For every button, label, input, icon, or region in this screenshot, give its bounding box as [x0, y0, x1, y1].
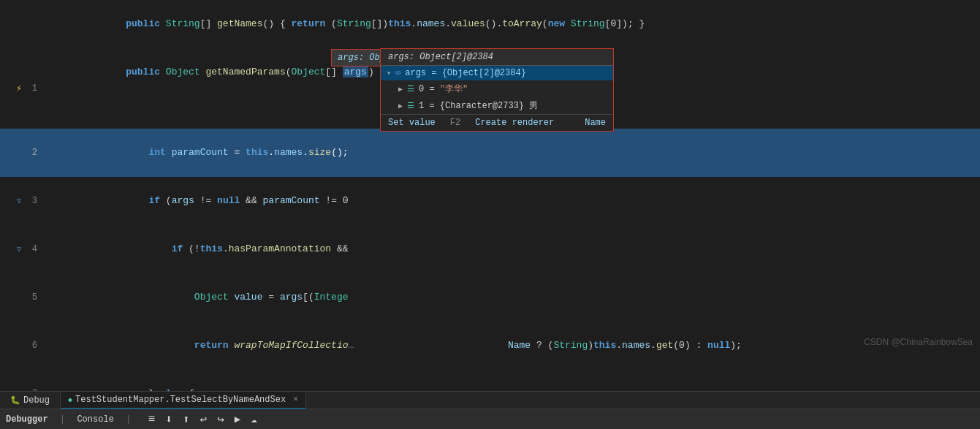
line-content: public String[] getNames() { return (Str…	[40, 0, 980, 48]
step-down-icon[interactable]: ⬇	[163, 412, 175, 427]
close-file-button[interactable]: ×	[293, 395, 298, 405]
line-gutter: ⚡ 1	[0, 48, 40, 129]
tooltip-label-root: args = {Object[2]@2384}	[405, 68, 526, 78]
line-number: 5	[27, 292, 37, 303]
step-over-icon[interactable]: ≡	[146, 413, 158, 426]
list-icon-1: ☰	[407, 101, 414, 110]
code-area: public String[] getNames() { return (Str…	[0, 0, 980, 391]
tooltip-label-1: 1 = {Character@2733} 男	[419, 99, 538, 112]
step-return-icon[interactable]: ↩	[198, 412, 210, 427]
tooltip-label-0: 0 = "李华"	[419, 83, 468, 95]
watermark: CSDN @ChinaRainbowSea	[864, 337, 973, 347]
line-content: if (args != null && paramCount != 0	[40, 177, 980, 225]
breakpoint-area: ▽	[13, 245, 25, 254]
set-value-button[interactable]: Set value	[388, 118, 436, 128]
debug-toolbar: Debugger | Console | ≡ ⬇ ⬆ ↩ ↪ ▶ ☁	[0, 409, 980, 429]
editor-container: public String[] getNames() { return (Str…	[0, 0, 980, 429]
line-content: int paramCount = this.names.size();	[40, 129, 980, 177]
line-number: 7	[27, 389, 37, 391]
tooltip-item-0[interactable]: ▶ ☰ 0 = "李华"	[381, 80, 613, 97]
line-gutter: 6	[0, 322, 40, 370]
debug-label: Debugger	[6, 414, 48, 425]
tooltip-footer: Set value F2 Create renderer Name	[381, 114, 613, 131]
line-number: 3	[27, 196, 37, 206]
breakpoint-area: ▽	[13, 197, 25, 205]
tooltip-item-1[interactable]: ▶ ☰ 1 = {Character@2733} 男	[381, 97, 613, 114]
expand-icon-1: ▶	[398, 102, 403, 110]
infinity-icon: ∞	[395, 68, 400, 78]
code-line: 6 return wrapToMapIfCollectio… Name ? (S…	[0, 322, 980, 370]
code-line: ▽ 3 if (args != null && paramCount != 0	[0, 177, 980, 225]
expand-icon-0: ▶	[398, 85, 403, 94]
line-number: 4	[27, 244, 37, 254]
code-line: 2 int paramCount = this.names.size();	[0, 129, 980, 177]
tooltip-item-root[interactable]: ▾ ∞ args = {Object[2]@2384}	[381, 66, 613, 80]
name-label: Name	[585, 118, 606, 128]
test-icon: ◆	[68, 395, 72, 404]
line-content: Object value = args[(Intege	[40, 273, 980, 322]
run-to-cursor-icon[interactable]: ▶	[232, 413, 243, 425]
line-gutter: 7	[0, 370, 40, 391]
line-gutter	[0, 0, 40, 48]
code-line: 7 } else {	[0, 370, 980, 391]
line-gutter: 5	[0, 273, 40, 322]
debug-tab[interactable]: 🐛 Debug	[0, 392, 61, 409]
expand-icon: ▾	[387, 69, 391, 77]
step-forward-icon[interactable]: ↪	[215, 412, 227, 427]
debug-tooltip: args: Object[2]@2384 ▾ ∞ args = {Object[…	[380, 48, 614, 132]
debug-arrow-icon: ▽	[17, 197, 21, 205]
list-icon-0: ☰	[407, 84, 414, 94]
line-gutter: 2	[0, 129, 40, 177]
bug-icon: 🐛	[10, 395, 20, 405]
line-content: if (!this.hasParamAnnotation &&	[40, 225, 980, 273]
debug-arrow-icon: ▽	[17, 245, 21, 254]
line-gutter: ▽ 3	[0, 177, 40, 225]
line-content: } else {	[40, 370, 980, 391]
code-line: public String[] getNames() { return (Str…	[0, 0, 980, 48]
bottom-bar: 🐛 Debug ◆ TestStudentMapper.TestSelectBy…	[0, 391, 980, 409]
active-file-label: TestStudentMapper.TestSelectByNameAndSex	[75, 395, 286, 405]
stop-icon[interactable]: ☁	[248, 413, 259, 425]
line-number: 6	[27, 341, 37, 351]
step-up-icon[interactable]: ⬆	[181, 412, 192, 427]
arrow-icon: ⚡	[16, 83, 22, 94]
line-number: 1	[27, 83, 37, 94]
console-label[interactable]: Console	[77, 414, 113, 425]
line-content: return wrapToMapIfCollectio… Name ? (Str…	[40, 322, 980, 370]
line-number: 2	[27, 148, 37, 158]
code-line: 5 Object value = args[(Intege	[0, 273, 980, 322]
breakpoint-area: ⚡	[13, 83, 25, 94]
create-renderer-button[interactable]: Create renderer	[475, 118, 554, 128]
line-gutter: ▽ 4	[0, 225, 40, 273]
set-value-shortcut: F2	[450, 118, 460, 128]
debug-tab-label: Debug	[23, 395, 50, 406]
tooltip-header: args: Object[2]@2384	[381, 49, 613, 66]
code-line: ▽ 4 if (!this.hasParamAnnotation &&	[0, 225, 980, 273]
active-file-tab[interactable]: ◆ TestStudentMapper.TestSelectByNameAndS…	[61, 392, 306, 409]
